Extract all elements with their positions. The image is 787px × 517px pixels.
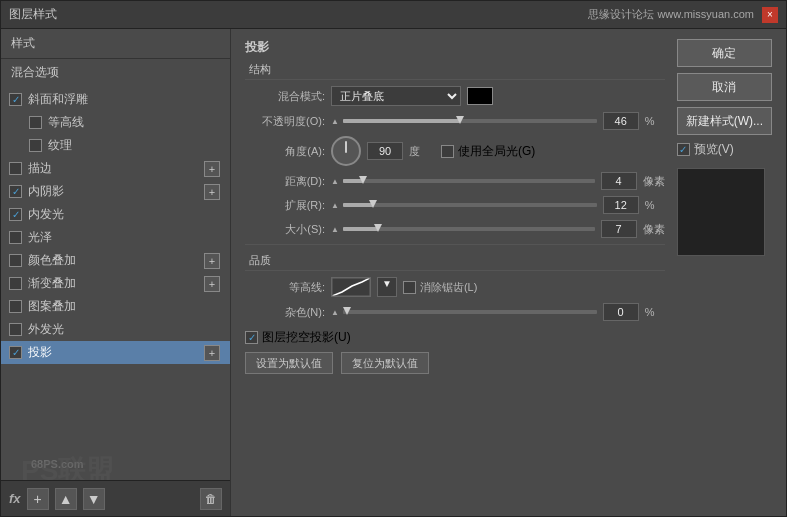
new-style-button[interactable]: 新建样式(W)... xyxy=(677,107,772,135)
right-panel: 投影 结构 混合模式: 正片叠底 正常 溶解 滤色 xyxy=(231,29,786,516)
add-style-button[interactable]: + xyxy=(27,488,49,510)
blend-mode-label: 混合模式: xyxy=(245,89,325,104)
checkbox-gradient-overlay[interactable] xyxy=(9,277,22,290)
style-label-stroke: 描边 xyxy=(28,160,52,177)
style-item-contour[interactable]: 等高线 xyxy=(1,111,230,134)
style-label-pattern-overlay: 图案叠加 xyxy=(28,298,76,315)
angle-input[interactable] xyxy=(367,142,403,160)
angle-unit: 度 xyxy=(409,144,429,159)
checkbox-satin[interactable] xyxy=(9,231,22,244)
move-up-button[interactable]: ▲ xyxy=(55,488,77,510)
checkbox-bevel[interactable] xyxy=(9,93,22,106)
checkbox-color-overlay[interactable] xyxy=(9,254,22,267)
style-label-satin: 光泽 xyxy=(28,229,52,246)
style-item-drop-shadow[interactable]: 投影+ xyxy=(1,341,230,364)
contour-arrow[interactable]: ▼ xyxy=(377,277,397,297)
color-swatch[interactable] xyxy=(467,87,493,105)
distance-slider-arrow: ▲ xyxy=(331,177,339,186)
angle-label: 角度(A): xyxy=(245,144,325,159)
preview-label: 预览(V) xyxy=(694,141,734,158)
size-input[interactable] xyxy=(601,220,637,238)
preview-swatch xyxy=(677,168,765,256)
blend-mode-row: 混合模式: 正片叠底 正常 溶解 滤色 xyxy=(245,86,665,106)
anti-alias-row: 消除锯齿(L) xyxy=(403,280,477,295)
layer-knockout-label: 图层挖空投影(U) xyxy=(262,329,351,346)
spread-slider-arrow: ▲ xyxy=(331,201,339,210)
move-down-button[interactable]: ▼ xyxy=(83,488,105,510)
brand-text: 思缘设计论坛 www.missyuan.com xyxy=(588,7,754,22)
blend-mode-select-wrapper: 正片叠底 正常 溶解 滤色 xyxy=(331,86,461,106)
opacity-slider-track[interactable] xyxy=(343,119,597,123)
spread-input[interactable] xyxy=(603,196,639,214)
ok-button[interactable]: 确定 xyxy=(677,39,772,67)
plus-btn-gradient-overlay[interactable]: + xyxy=(204,276,220,292)
close-button[interactable]: × xyxy=(762,7,778,23)
style-item-bevel[interactable]: 斜面和浮雕 xyxy=(1,88,230,111)
noise-input[interactable] xyxy=(603,303,639,321)
plus-btn-drop-shadow[interactable]: + xyxy=(204,345,220,361)
style-item-inner-shadow[interactable]: 内阴影+ xyxy=(1,180,230,203)
style-item-gradient-overlay[interactable]: 渐变叠加+ xyxy=(1,272,230,295)
noise-slider-arrow: ▲ xyxy=(331,308,339,317)
style-label-inner-glow: 内发光 xyxy=(28,206,64,223)
opacity-row: 不透明度(O): ▲ % xyxy=(245,112,665,130)
angle-row: 角度(A): 度 使用全局光(G) xyxy=(245,136,665,166)
opacity-slider-container: ▲ xyxy=(331,117,597,126)
structure-subtitle: 结构 xyxy=(245,62,665,80)
set-default-button[interactable]: 设置为默认值 xyxy=(245,352,333,374)
angle-dial[interactable] xyxy=(331,136,361,166)
title-bar: 图层样式 思缘设计论坛 www.missyuan.com × xyxy=(1,1,786,29)
preview-checkbox[interactable] xyxy=(677,143,690,156)
global-light-checkbox[interactable] xyxy=(441,145,454,158)
checkbox-drop-shadow[interactable] xyxy=(9,346,22,359)
distance-input[interactable] xyxy=(601,172,637,190)
style-item-satin[interactable]: 光泽 xyxy=(1,226,230,249)
contour-row: 等高线: ▼ 消除锯齿(L) xyxy=(245,277,665,297)
checkbox-texture[interactable] xyxy=(29,139,42,152)
size-slider-arrow: ▲ xyxy=(331,225,339,234)
checkbox-stroke[interactable] xyxy=(9,162,22,175)
blend-options-header: 混合选项 xyxy=(1,59,230,86)
checkbox-outer-glow[interactable] xyxy=(9,323,22,336)
global-light-row: 使用全局光(G) xyxy=(441,143,535,160)
style-label-texture: 纹理 xyxy=(48,137,72,154)
blend-mode-select[interactable]: 正片叠底 正常 溶解 滤色 xyxy=(331,86,461,106)
spread-slider-track[interactable] xyxy=(343,203,597,207)
size-label: 大小(S): xyxy=(245,222,325,237)
style-item-stroke[interactable]: 描边+ xyxy=(1,157,230,180)
style-item-inner-glow[interactable]: 内发光 xyxy=(1,203,230,226)
noise-slider-track[interactable] xyxy=(343,310,597,314)
spread-label: 扩展(R): xyxy=(245,198,325,213)
distance-slider-track[interactable] xyxy=(343,179,595,183)
style-item-pattern-overlay[interactable]: 图案叠加 xyxy=(1,295,230,318)
style-label-inner-shadow: 内阴影 xyxy=(28,183,64,200)
contour-preview[interactable] xyxy=(331,277,371,297)
plus-btn-inner-shadow[interactable]: + xyxy=(204,184,220,200)
plus-btn-color-overlay[interactable]: + xyxy=(204,253,220,269)
style-label-gradient-overlay: 渐变叠加 xyxy=(28,275,76,292)
noise-row: 杂色(N): ▲ % xyxy=(245,303,665,321)
contour-label: 等高线: xyxy=(245,280,325,295)
checkbox-inner-glow[interactable] xyxy=(9,208,22,221)
style-item-color-overlay[interactable]: 颜色叠加+ xyxy=(1,249,230,272)
style-label-bevel: 斜面和浮雕 xyxy=(28,91,88,108)
size-slider-track[interactable] xyxy=(343,227,595,231)
plus-btn-stroke[interactable]: + xyxy=(204,161,220,177)
size-unit: 像素 xyxy=(643,222,665,237)
opacity-slider-arrow: ▲ xyxy=(331,117,339,126)
checkbox-inner-shadow[interactable] xyxy=(9,185,22,198)
delete-style-button[interactable]: 🗑 xyxy=(200,488,222,510)
anti-alias-checkbox[interactable] xyxy=(403,281,416,294)
style-item-texture[interactable]: 纹理 xyxy=(1,134,230,157)
layer-knockout-checkbox[interactable] xyxy=(245,331,258,344)
left-panel: 样式 混合选项 斜面和浮雕等高线纹理描边+内阴影+内发光光泽颜色叠加+渐变叠加+… xyxy=(1,29,231,516)
styles-header: 样式 xyxy=(1,29,230,59)
checkbox-contour[interactable] xyxy=(29,116,42,129)
reset-default-button[interactable]: 复位为默认值 xyxy=(341,352,429,374)
cancel-button[interactable]: 取消 xyxy=(677,73,772,101)
style-item-outer-glow[interactable]: 外发光 xyxy=(1,318,230,341)
title-right: 思缘设计论坛 www.missyuan.com × xyxy=(588,7,778,23)
opacity-input[interactable] xyxy=(603,112,639,130)
quality-subtitle: 品质 xyxy=(245,253,665,271)
checkbox-pattern-overlay[interactable] xyxy=(9,300,22,313)
